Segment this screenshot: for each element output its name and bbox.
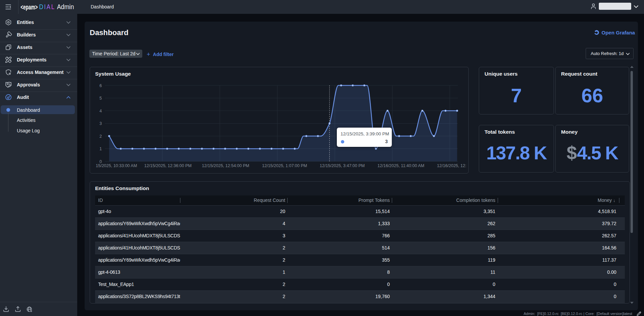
- svg-text:4: 4: [99, 109, 102, 113]
- svg-text:12/15/2025, 1:07:00 PM: 12/15/2025, 1:07:00 PM: [262, 163, 307, 168]
- svg-text:12/16/2025, 11:40:00 AM: 12/16/2025, 11:40:00 AM: [378, 163, 425, 168]
- svg-text:15/2025, 10:33:00 AM: 15/2025, 10:33:00 AM: [96, 163, 137, 168]
- svg-text:3: 3: [99, 121, 102, 126]
- svg-text:12/15/2025, 12:54:00 PM: 12/15/2025, 12:54:00 PM: [202, 163, 249, 168]
- svg-text:12/16/2025, 12:: 12/16/2025, 12:: [437, 163, 466, 168]
- svg-text:5: 5: [99, 96, 102, 101]
- svg-text:2: 2: [99, 134, 102, 139]
- svg-text:6: 6: [99, 83, 102, 88]
- svg-text:12/15/2025, 12:36:00 PM: 12/15/2025, 12:36:00 PM: [144, 163, 192, 168]
- svg-text:12/15/2025, 3:47:00 PM: 12/15/2025, 3:47:00 PM: [320, 163, 364, 168]
- svg-text:1: 1: [99, 147, 102, 151]
